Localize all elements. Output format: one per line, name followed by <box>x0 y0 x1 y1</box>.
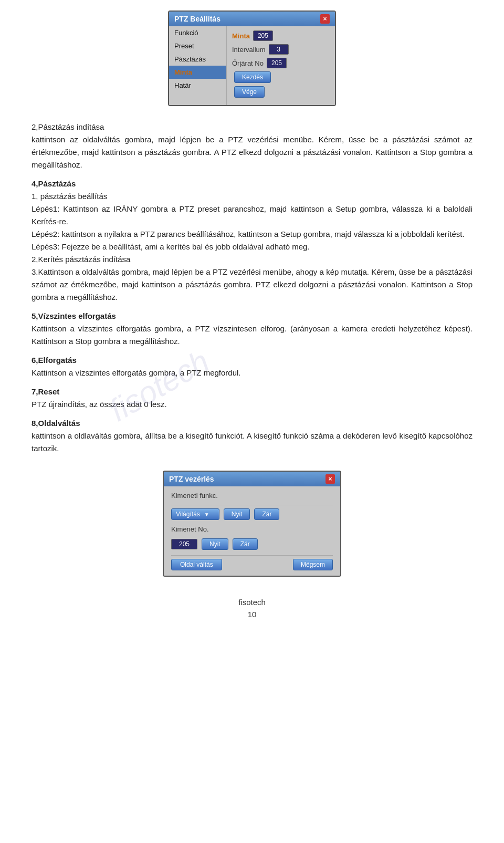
ptz-control-dialog: PTZ vezérlés × Kimeneti funkc. Világítás… <box>163 471 341 577</box>
dialog2-vilagitas-label: Világítás <box>176 511 200 518</box>
dialog2-kimeneti-label: Kimeneti funkc. <box>171 492 229 499</box>
section4-step1: Lépés1: Kattintson az IRÁNY gombra a PTZ… <box>32 203 472 228</box>
menu-item-pásztázás[interactable]: Pásztázás <box>169 53 226 66</box>
dialog2-divider1 <box>171 505 333 505</box>
section5-text: Kattintson a vízszintes elforgatás gombr… <box>32 324 472 346</box>
dialog1-titlebar: PTZ Beállítás × <box>169 12 335 26</box>
section4-sub2: 2,Kerítés pásztázás indítása <box>32 253 472 266</box>
text-section: 2,Pásztázás indítása kattintson az oldal… <box>32 121 472 461</box>
dialog2-nyit2-button[interactable]: Nyit <box>202 538 228 550</box>
dialog1-row-kezdes: Kezdés <box>232 71 330 83</box>
dialog2-oldal-valtas-button[interactable]: Oldal váltás <box>171 559 222 570</box>
dialog1-interval-value[interactable]: 3 <box>269 44 289 55</box>
section7-block: 7,Reset PTZ újraindítás, az összes adat … <box>32 386 472 411</box>
section6-title: 6,Elforgatás <box>32 356 77 365</box>
dialog1-row-orjarat: Őrjárat No 205 <box>232 58 330 68</box>
dialog2-zar1-button[interactable]: Zár <box>254 508 279 520</box>
dialog2-titlebar: PTZ vezérlés × <box>164 472 340 486</box>
menu-item-határ[interactable]: Határ <box>169 79 226 92</box>
ptz-settings-dialog: PTZ Beállítás × Funkció Preset Pásztázás… <box>168 11 336 106</box>
section8-title: 8,Oldalváltás <box>32 419 80 428</box>
dialog1-title: PTZ Beállítás <box>174 15 220 23</box>
dialog2-zar2-button[interactable]: Zár <box>233 538 258 550</box>
section2-paragraph: 2,Pásztázás indítása kattintson az oldal… <box>32 121 472 171</box>
dropdown-arrow-icon: ▼ <box>204 512 209 517</box>
menu-item-preset[interactable]: Preset <box>169 39 226 53</box>
section4-step2: Lépés2: kattintson a nyilakra a PTZ para… <box>32 228 472 241</box>
dialog1-orjarat-label: Őrjárat No <box>232 59 264 67</box>
dialog2-megsem-button[interactable]: Mégsem <box>293 559 333 570</box>
section7-title: 7,Reset <box>32 387 59 396</box>
dialog1-row-vege: Vége <box>232 86 330 98</box>
dialog1-interval-label: Intervallum <box>232 46 266 54</box>
section4-sub1: 1, pásztázás beállítás <box>32 190 472 203</box>
dialog1-row-minta: Minta 205 <box>232 30 330 41</box>
dialog2-body: Kimeneti funkc. Világítás ▼ Nyit Zár Kim… <box>164 486 340 576</box>
dialog1-orjarat-value[interactable]: 205 <box>267 58 287 68</box>
dialog2-close-button[interactable]: × <box>326 474 335 484</box>
dialog2-nyit1-button[interactable]: Nyit <box>224 508 250 520</box>
dialog1-close-button[interactable]: × <box>320 14 330 24</box>
footer-page: 10 <box>248 610 257 619</box>
menu-item-minta[interactable]: Minta <box>169 66 226 79</box>
section4-step3: Lépés3: Fejezze be a beállítást, ami a k… <box>32 241 472 253</box>
footer-page-number: 10 <box>248 610 257 619</box>
section8-text: kattintson a oldlaváltás gombra, állítsa… <box>32 431 472 453</box>
section4-title: 4,Pásztázás <box>32 178 472 190</box>
dialog1-kezdes-button[interactable]: Kezdés <box>234 71 271 83</box>
dialog1-body: Funkció Preset Pásztázás Minta Határ Min… <box>169 26 335 105</box>
dialog2-divider2 <box>171 555 333 556</box>
dialog2-title: PTZ vezérlés <box>169 475 214 483</box>
section7-text: PTZ újraindítás, az összes adat 0 lesz. <box>32 400 167 409</box>
dialog1-right-panel: Minta 205 Intervallum 3 Őrjárat No 205 K… <box>227 26 335 105</box>
menu-item-funkció[interactable]: Funkció <box>169 26 226 39</box>
section4-block: 4,Pásztázás 1, pásztázás beállítás Lépés… <box>32 178 472 304</box>
footer-brand: fisotech <box>238 598 266 607</box>
dialog2-kimenet-value-row: 205 Nyit Zár <box>171 538 333 550</box>
dialog1-left-menu: Funkció Preset Pásztázás Minta Határ <box>169 26 227 105</box>
page-content: PTZ Beállítás × Funkció Preset Pásztázás… <box>32 11 472 619</box>
dialog2-vilagitas-row: Világítás ▼ Nyit Zár <box>171 508 333 520</box>
section5-block: 5,Vízszintes elforgatás Kattintson a víz… <box>32 310 472 348</box>
footer-brand-text: fisotech <box>238 598 266 607</box>
dialog1-minta-value[interactable]: 205 <box>253 30 273 41</box>
section8-block: 8,Oldalváltás kattintson a oldlaváltás g… <box>32 417 472 455</box>
dialog2-vilagitas-dropdown[interactable]: Világítás ▼ <box>171 508 219 520</box>
dialog1-minta-label: Minta <box>232 32 250 40</box>
dialog1-vege-button[interactable]: Vége <box>234 86 265 98</box>
dialog2-kimeneti-row: Kimeneti funkc. <box>171 492 333 499</box>
section2-p1: kattintson az oldalváltás gombra, majd l… <box>32 135 472 169</box>
section4-step4: 3.Kattintson a oldalváltás gombra, majd … <box>32 266 472 304</box>
section5-title: 5,Vízszintes elforgatás <box>32 311 116 320</box>
section6-text: Kattintson a vízszintes elforgatás gombr… <box>32 368 241 377</box>
section2-intro: 2,Pásztázás indítása <box>32 122 104 131</box>
dialog2-kimenet-value[interactable]: 205 <box>171 539 197 549</box>
section6-block: 6,Elforgatás Kattintson a vízszintes elf… <box>32 354 472 379</box>
dialog2-kimenet-no-row: Kimenet No. <box>171 525 333 533</box>
dialog2-bottom-row: Oldal váltás Mégsem <box>171 559 333 570</box>
dialog1-row-interval: Intervallum 3 <box>232 44 330 55</box>
dialog2-kimenet-no-label: Kimenet No. <box>171 525 229 533</box>
